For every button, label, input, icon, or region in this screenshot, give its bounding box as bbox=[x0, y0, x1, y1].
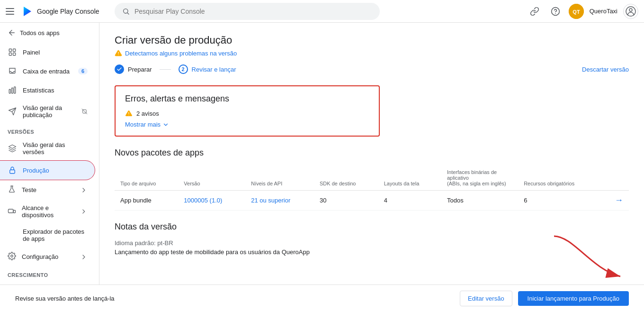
user-avatar-button[interactable] bbox=[623, 4, 638, 19]
svg-rect-20 bbox=[9, 209, 14, 213]
warning-count-icon bbox=[125, 110, 133, 117]
main-content: Criar versão de produção Detectamos algu… bbox=[99, 23, 644, 284]
sidebar-item-visao-versoes[interactable]: Visão geral das versões bbox=[0, 137, 95, 160]
section-versoes: Versões bbox=[0, 123, 99, 137]
notes-text: Lançamento do app teste de mobilidade pa… bbox=[115, 248, 629, 256]
sidebar-item-config[interactable]: Configuração bbox=[0, 247, 95, 266]
logo-text: Google Play Console bbox=[37, 8, 99, 15]
cell-versao[interactable]: 1000005 (1.0) bbox=[178, 191, 245, 211]
sidebar-item-alcance[interactable]: Alcance e dispositivos bbox=[0, 200, 95, 223]
svg-rect-12 bbox=[9, 53, 11, 55]
launch-button[interactable]: Iniciar lançamento para Produção bbox=[518, 291, 629, 306]
svg-rect-19 bbox=[10, 170, 15, 174]
table-row: App bundle 1000005 (1.0) 21 ou superior … bbox=[115, 191, 629, 211]
search-icon bbox=[122, 8, 130, 15]
user-name: QueroTaxi bbox=[590, 8, 617, 15]
sidebar-item-stats[interactable]: Estatísticas bbox=[0, 81, 95, 100]
sidebar-item-inbox[interactable]: Caixa de entrada 6 bbox=[0, 62, 95, 81]
svg-rect-10 bbox=[9, 49, 11, 51]
warnings-count-row: 2 avisos bbox=[125, 110, 369, 117]
bottom-bar-buttons: Editar versão Iniciar lançamento para Pr… bbox=[460, 291, 629, 306]
steps: Preparar 2 Revisar e lançar Descartar ve… bbox=[115, 64, 629, 74]
devices-icon bbox=[8, 207, 16, 217]
sidebar-item-teste[interactable]: Teste bbox=[0, 180, 95, 200]
svg-rect-13 bbox=[13, 53, 16, 55]
link-icon-button[interactable] bbox=[527, 4, 542, 19]
grid-icon bbox=[8, 47, 17, 57]
inbox-badge: 6 bbox=[78, 68, 88, 74]
help-icon bbox=[551, 7, 560, 16]
sidebar-item-producao[interactable]: Produção bbox=[0, 160, 95, 180]
help-icon-button[interactable] bbox=[548, 4, 563, 19]
menu-hamburger-icon[interactable] bbox=[6, 6, 17, 17]
sidebar-item-presenca[interactable]: Presença na loja bbox=[0, 280, 95, 284]
explorador-label: Explorador de pacotes de apps bbox=[23, 228, 88, 242]
svg-rect-21 bbox=[13, 210, 16, 212]
teste-label: Teste bbox=[22, 186, 36, 193]
show-more-button[interactable]: Mostrar mais bbox=[125, 121, 369, 128]
search-bar[interactable] bbox=[115, 3, 380, 20]
warnings-count-text: 2 avisos bbox=[136, 110, 159, 117]
back-arrow-icon bbox=[8, 28, 16, 37]
error-box: Erros, alertas e mensagens 2 avisos Most… bbox=[115, 85, 380, 137]
page-title: Criar versão de produção bbox=[115, 34, 629, 46]
logo: Google Play Console bbox=[21, 5, 99, 18]
chevron-right-icon bbox=[80, 253, 88, 261]
sidebar-item-visao-geral[interactable]: Visão geral da publicação bbox=[0, 100, 95, 123]
inbox-icon bbox=[8, 66, 17, 76]
alcance-label: Alcance e dispositivos bbox=[22, 204, 80, 219]
row-arrow-cell[interactable]: → bbox=[602, 191, 629, 211]
producao-label: Produção bbox=[23, 167, 49, 174]
review-text: Revise sua versão antes de lançá-la bbox=[15, 295, 115, 302]
step-preparar-label: Preparar bbox=[128, 66, 152, 73]
svg-rect-15 bbox=[12, 88, 13, 93]
col-recursos: Recursos obrigatórios bbox=[518, 165, 602, 191]
cell-niveis[interactable]: 21 ou superior bbox=[245, 191, 314, 211]
layers-icon bbox=[8, 144, 17, 153]
col-interfaces: Interfaces binárias de aplicativo (ABIs,… bbox=[441, 165, 518, 191]
main-layout: Todos os apps Painel Caixa de entrada 6 bbox=[0, 23, 644, 284]
niveis-link[interactable]: 21 ou superior bbox=[251, 197, 290, 204]
send-icon bbox=[8, 107, 17, 116]
app-avatar[interactable]: QT bbox=[569, 4, 584, 19]
notes-idioma: Idioma padrão: pt-BR bbox=[115, 239, 629, 247]
cell-recursos: 6 bbox=[518, 191, 602, 211]
row-arrow-icon[interactable]: → bbox=[615, 195, 623, 205]
notes-section-heading: Notas da versão bbox=[115, 222, 629, 232]
svg-point-22 bbox=[11, 255, 13, 257]
show-more-label: Mostrar mais bbox=[125, 121, 161, 128]
back-label: Todos os apps bbox=[20, 29, 60, 37]
col-niveis: Níveis de API bbox=[245, 165, 314, 191]
versao-link[interactable]: 1000005 (1.0) bbox=[184, 197, 222, 204]
chevron-down-small-icon bbox=[162, 121, 169, 128]
cell-sdk: 30 bbox=[314, 191, 378, 211]
lock-icon bbox=[8, 165, 17, 175]
col-tipo: Tipo de arquivo bbox=[115, 165, 178, 191]
topbar-right: QT QueroTaxi bbox=[527, 4, 638, 19]
sidebar: Todos os apps Painel Caixa de entrada 6 bbox=[0, 23, 99, 284]
discard-version-link[interactable]: Descartar versão bbox=[582, 66, 629, 73]
svg-rect-14 bbox=[9, 90, 10, 93]
topbar: Google Play Console QT bbox=[0, 0, 644, 23]
search-input[interactable] bbox=[134, 8, 372, 15]
sidebar-item-explorador[interactable]: Explorador de pacotes de apps bbox=[0, 223, 95, 247]
chevron-right-icon bbox=[80, 186, 88, 194]
svg-point-9 bbox=[629, 9, 632, 11]
play-store-logo-icon bbox=[21, 5, 34, 18]
bottom-bar: Revise sua versão antes de lançá-la Edit… bbox=[0, 284, 644, 312]
stats-label: Estatísticas bbox=[23, 87, 54, 94]
app-avatar-icon: QT bbox=[569, 4, 584, 19]
error-box-title: Erros, alertas e mensagens bbox=[125, 94, 369, 104]
cell-tipo: App bundle bbox=[115, 191, 178, 211]
gear-icon bbox=[8, 252, 16, 262]
warning-text: Detectamos alguns problemas na versão bbox=[125, 50, 237, 57]
warning-link[interactable]: Detectamos alguns problemas na versão bbox=[115, 49, 629, 57]
edit-version-button[interactable]: Editar versão bbox=[460, 291, 512, 306]
step-divider bbox=[160, 69, 171, 70]
step-num: 2 bbox=[179, 64, 188, 74]
sidebar-item-painel[interactable]: Painel bbox=[0, 43, 95, 62]
back-to-apps[interactable]: Todos os apps bbox=[0, 23, 99, 43]
col-versao: Versão bbox=[178, 165, 245, 191]
account-circle-icon bbox=[625, 6, 636, 17]
col-layouts: Layouts da tela bbox=[378, 165, 441, 191]
